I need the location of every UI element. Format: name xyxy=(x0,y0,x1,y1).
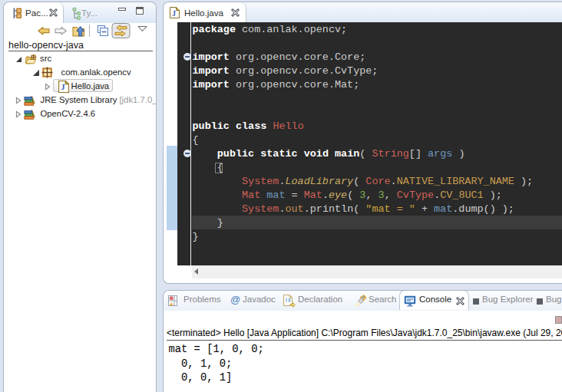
svg-text:J: J xyxy=(172,9,176,18)
svg-text:J: J xyxy=(61,83,65,91)
